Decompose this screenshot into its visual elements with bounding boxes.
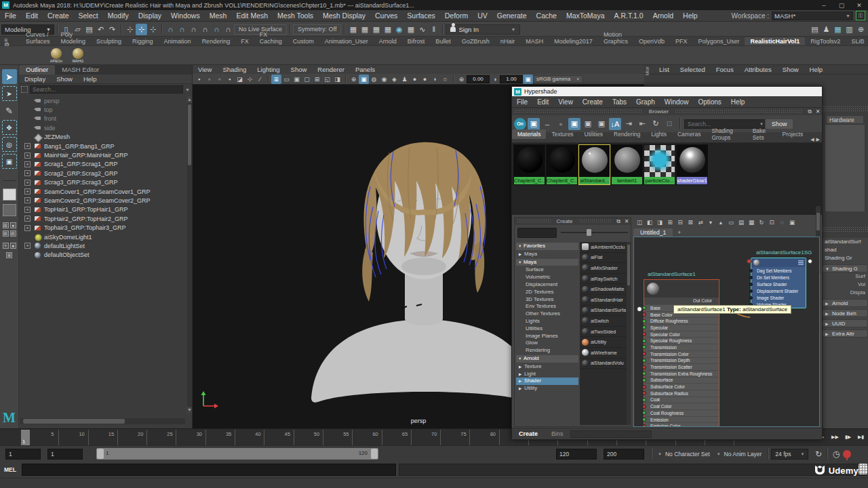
node-attribute-row[interactable]: Subsurface — [644, 377, 719, 384]
attribute-row[interactable]: Displa — [822, 289, 868, 297]
sign-in-button[interactable]: Sign In ▼ — [446, 24, 520, 35]
create-node-item[interactable]: aiRaySwitch — [580, 274, 627, 285]
layout-four-pane-button[interactable] — [3, 204, 16, 216]
menu-item[interactable]: Lighting — [252, 66, 285, 73]
node-editor-icon[interactable]: ↻ — [757, 218, 766, 226]
create-node-item[interactable]: aiWireframe — [580, 348, 627, 359]
node-editor-icon[interactable]: ⊞ — [665, 218, 675, 226]
filter-icon[interactable] — [21, 86, 28, 93]
create-category[interactable]: 3D Textures — [516, 296, 578, 304]
node-editor-icon[interactable]: ⊟ — [675, 218, 685, 226]
mel-command-input[interactable] — [22, 464, 396, 476]
render-icon[interactable]: ▦ — [347, 24, 359, 35]
layout-mini-button[interactable]: ⊞ — [10, 230, 16, 237]
transport-button[interactable]: ▮▶ — [842, 431, 854, 443]
node-out-plug[interactable]: Out Color — [644, 298, 719, 304]
tool-icon[interactable]: ◎ — [2, 137, 17, 152]
range-slider[interactable]: 1 120 — [96, 448, 378, 460]
shelf-tab[interactable]: MASH — [520, 37, 549, 45]
render-icon[interactable]: ∿ — [416, 24, 428, 35]
search-input[interactable] — [30, 85, 183, 94]
close-button[interactable]: ✕ — [850, 2, 868, 9]
menu-item[interactable]: Show — [777, 66, 804, 73]
shelf-tab[interactable]: Custom — [288, 37, 319, 45]
snap-icon[interactable]: ∩ — [211, 24, 222, 35]
sidebar-toggle-icon[interactable]: ♟ — [821, 24, 832, 35]
material-viewer-tab[interactable]: Hardware — [826, 115, 864, 124]
create-category[interactable]: ▶Light — [516, 371, 578, 378]
node-attribute-row[interactable]: Transmission Scatter — [644, 363, 719, 370]
menu-item[interactable]: Options — [693, 98, 726, 106]
menu-item[interactable]: Edit Mesh — [231, 12, 273, 20]
create-category[interactable]: Utilities — [516, 325, 578, 333]
browser-tab[interactable]: Bake Sets — [747, 126, 777, 142]
outliner-item[interactable]: + defaultObjectSet — [19, 251, 187, 260]
outliner-item[interactable]: + Bang1_GRP:Bang1_GRP — [19, 142, 187, 150]
create-category[interactable]: Lights — [516, 318, 578, 325]
attribute-row[interactable]: ▼Shading G — [822, 264, 868, 272]
shelf-tab[interactable]: GoZBrush — [456, 37, 495, 45]
panel-tab[interactable]: Outliner — [19, 65, 55, 75]
node-attribute-row[interactable]: Emission — [644, 416, 719, 423]
gamma-field[interactable]: 1.00 — [500, 75, 523, 83]
current-frame-indicator[interactable]: 1 — [21, 430, 30, 445]
layout-single-pane-button[interactable] — [3, 188, 16, 201]
node-attribute-row[interactable]: Subsurface Color — [644, 383, 719, 390]
node-editor-icon[interactable]: ▴ — [716, 218, 726, 226]
display-icon[interactable]: ● — [420, 75, 430, 84]
menu-item[interactable]: Modify — [103, 12, 134, 20]
node-editor-icon[interactable]: ▦ — [747, 218, 756, 226]
animation-preferences-icon[interactable]: ◷ — [830, 448, 842, 460]
menu-item[interactable]: Surfaces — [402, 12, 439, 20]
node-attribute-row[interactable]: Transmission Extra Roughness — [644, 370, 719, 377]
layout-mini-button[interactable]: ⊞ — [3, 222, 9, 228]
menu-item[interactable]: Select — [74, 12, 103, 20]
material-swatch[interactable]: particleClo... — [644, 144, 675, 185]
attribute-port-icon[interactable] — [642, 306, 646, 310]
display-icon[interactable]: ◉ — [379, 75, 389, 84]
workspace-dropdown[interactable]: MASH*▼ — [772, 12, 853, 20]
colorspace-dropdown[interactable]: sRGB gamma▼ — [533, 75, 583, 83]
node-editor-icon[interactable]: ⊠ — [686, 218, 695, 226]
shading-icon[interactable]: ◨ — [332, 75, 342, 84]
attribute-row[interactable]: Surf — [822, 272, 868, 281]
attribute-row[interactable]: aiStandardSurf — [822, 238, 868, 246]
node-editor-icon[interactable]: ◌ — [777, 218, 787, 226]
expand-icon[interactable]: + — [24, 180, 31, 186]
node-editor-icon[interactable]: ◨ — [655, 218, 665, 226]
node-attribute-row[interactable]: Transmission Depth — [644, 357, 719, 364]
menu-item[interactable]: Arnold — [648, 12, 678, 20]
expand-icon[interactable]: + — [24, 243, 31, 249]
outliner-item[interactable]: + JEZMesh — [19, 133, 187, 142]
attribute-port-icon[interactable] — [642, 312, 646, 317]
attribute-port-icon[interactable] — [642, 365, 646, 369]
maximize-button[interactable]: ▢ — [833, 2, 850, 9]
material-swatch[interactable]: aiStandard... — [578, 144, 610, 185]
node-list-scrollbar[interactable] — [627, 242, 631, 425]
selection-mode-icon[interactable]: ⊹ — [124, 24, 136, 35]
attribute-row[interactable]: ▶Node Beh — [822, 309, 868, 317]
shelf-tab[interactable]: Bifrost — [402, 37, 431, 45]
shelf-tab[interactable]: FX — [235, 37, 254, 45]
outliner-item[interactable]: + top — [19, 105, 187, 114]
attribute-port-icon[interactable] — [749, 289, 753, 293]
outliner-item[interactable]: + SeamCover2_GRP:SeamCover2_GRP — [19, 196, 187, 205]
menu-item[interactable]: File — [0, 12, 21, 20]
scroll-down-icon[interactable]: ▼ — [187, 407, 192, 413]
create-category[interactable]: ▶Utility — [516, 385, 578, 392]
attribute-port-icon[interactable] — [642, 418, 646, 422]
outliner-item[interactable]: + Scrag3_GRP:Scrag3_GRP — [19, 178, 187, 187]
node-editor-icon[interactable]: ⇄ — [696, 218, 705, 226]
expand-icon[interactable]: + — [24, 170, 31, 176]
menu-item[interactable]: Panels — [350, 66, 380, 73]
menu-item[interactable]: Selected — [675, 66, 711, 73]
browser-panel-header[interactable]: Browser ⧉ ✕ — [512, 108, 822, 115]
shelf-tab[interactable]: Modeling2017 — [549, 37, 598, 45]
attribute-port-icon[interactable] — [642, 391, 646, 395]
create-node-item[interactable]: aiMixShader — [580, 263, 627, 274]
outliner-horizontal-scrollbar[interactable] — [20, 418, 185, 424]
node-attribute-row[interactable]: Coat Roughness — [644, 409, 719, 416]
attribute-port-icon[interactable] — [749, 276, 753, 279]
menu-item[interactable]: Display — [19, 75, 51, 83]
shading-icon[interactable]: ▢ — [302, 75, 312, 84]
